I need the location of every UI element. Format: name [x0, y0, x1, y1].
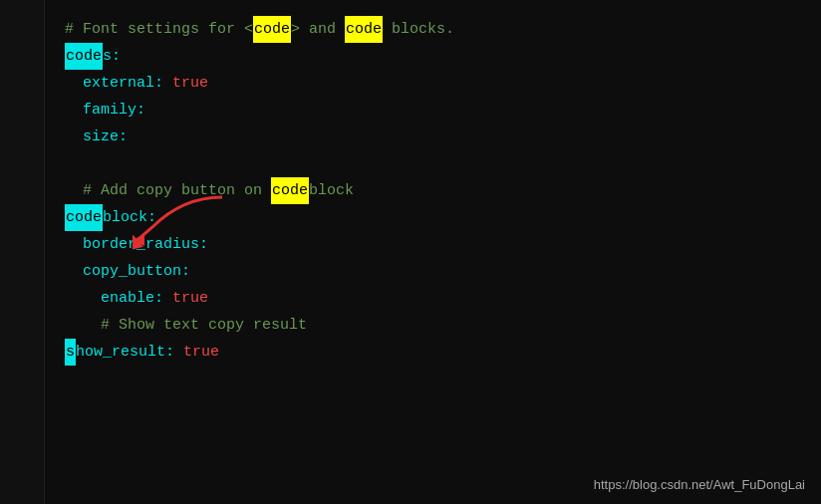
external-val: true	[163, 70, 208, 97]
copy-button-key: copy_button:	[65, 258, 190, 285]
codes-suffix: s:	[103, 43, 121, 70]
size-key: size:	[65, 124, 128, 150]
comment-and: > and	[291, 16, 345, 43]
line-10: copy_button:	[65, 258, 821, 285]
svg-marker-1	[133, 234, 144, 246]
line-13: show_result: true	[65, 339, 821, 366]
highlight-codeblock-prefix: code	[65, 204, 103, 231]
editor-container: # Font settings for <code> and code bloc…	[0, 0, 821, 504]
highlight-show-prefix: s	[65, 339, 76, 366]
comment-block-suffix: block	[309, 177, 354, 204]
line-gutter	[0, 0, 45, 504]
family-key: family:	[65, 97, 145, 124]
line-6-blank	[65, 150, 821, 177]
comment-blocks: blocks.	[383, 16, 454, 43]
line-1: # Font settings for <code> and code bloc…	[65, 16, 821, 43]
comment-font-settings: # Font settings for <	[65, 16, 253, 43]
code-area: # Font settings for <code> and code bloc…	[45, 0, 821, 504]
line-3: external: true	[65, 70, 821, 97]
highlight-code2: code	[345, 16, 383, 43]
enable-val: true	[163, 285, 208, 312]
highlight-code3: code	[271, 177, 309, 204]
watermark: https://blog.csdn.net/Awt_FuDongLai	[594, 477, 805, 492]
red-arrow-annotation	[133, 192, 232, 252]
enable-key: enable:	[65, 285, 163, 312]
line-2: codes:	[65, 43, 821, 70]
line-11: enable: true	[65, 285, 821, 312]
external-key: external:	[65, 70, 163, 97]
highlight-code1: code	[253, 16, 291, 43]
line-5: size:	[65, 124, 821, 150]
show-result-key: how_result:	[76, 339, 174, 366]
comment-show-result: # Show text copy result	[65, 312, 307, 339]
line-12: # Show text copy result	[65, 312, 821, 339]
line-4: family:	[65, 97, 821, 124]
highlight-codes-prefix: code	[65, 43, 103, 70]
show-result-val: true	[174, 339, 219, 366]
